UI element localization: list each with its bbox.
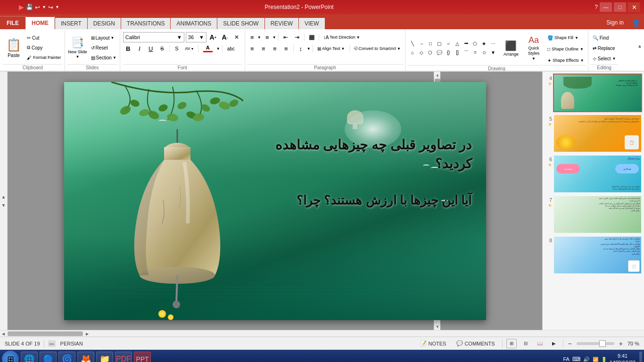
increase-font-btn[interactable]: A+ xyxy=(208,32,218,42)
quick-styles-btn[interactable]: Aa Quick Styles ▼ xyxy=(524,33,544,63)
shape-rect[interactable]: □ xyxy=(426,40,435,48)
shape-bracket[interactable]: [] xyxy=(453,49,462,57)
shape-right-arrow[interactable]: ⮕ xyxy=(462,40,471,48)
zoom-slider[interactable] xyxy=(577,342,614,345)
layout-dropdown[interactable]: ▼ xyxy=(111,36,115,40)
zoom-out-btn[interactable]: − xyxy=(567,340,573,347)
thumb-img-8[interactable]: شناختی به کتاب و تاریخی که ما با ایمان ه… xyxy=(553,236,642,274)
columns-btn[interactable]: ⬛ xyxy=(306,32,317,42)
paste-btn[interactable]: 📋 Paste xyxy=(3,33,25,63)
normal-view-btn[interactable]: ⊞ xyxy=(506,339,517,348)
scroll-up-btn[interactable]: ▲ xyxy=(434,72,441,78)
battery-icon[interactable]: 🔋 xyxy=(601,357,607,362)
rotate-left-btn[interactable]: ▼ xyxy=(0,202,7,208)
start-btn[interactable]: ⊞ xyxy=(2,351,19,362)
quick-undo-dropdown[interactable]: ▼ xyxy=(42,5,46,9)
quick-customize-btn[interactable]: ▼ xyxy=(55,5,59,9)
shape-star[interactable]: ★ xyxy=(480,40,488,48)
dec-indent-btn[interactable]: ⇤ xyxy=(281,32,291,42)
bold-btn[interactable]: B xyxy=(123,43,133,54)
shape-expand[interactable]: ▼ xyxy=(489,49,497,57)
tab-transitions[interactable]: TRANSITIONS xyxy=(121,18,171,29)
quick-styles-dropdown[interactable]: ▼ xyxy=(532,57,536,61)
tab-review[interactable]: REVIEW xyxy=(265,18,298,29)
scroll-down-btn[interactable]: ▼ xyxy=(434,323,441,330)
strikethrough-btn[interactable]: S xyxy=(157,43,167,54)
slide-sorter-btn[interactable]: ⊟ xyxy=(520,339,531,348)
taskbar-pdf-btn[interactable]: PDF xyxy=(115,352,132,362)
italic-btn[interactable]: I xyxy=(134,43,145,54)
notes-btn[interactable]: 📝 NOTES xyxy=(417,339,449,348)
thumb-img-4[interactable]: در تصاویر قبلی چه چیزهاییمشاهده کردید؟آی… xyxy=(553,74,642,112)
select-btn[interactable]: ⊹ Select ▼ xyxy=(590,54,619,63)
taskbar-ie-btn[interactable]: 🌐 xyxy=(21,352,38,362)
decrease-font-btn[interactable]: A- xyxy=(220,32,230,42)
tab-animations[interactable]: ANIMATIONS xyxy=(171,18,217,29)
align-text-dropdown[interactable]: ▼ xyxy=(341,47,345,51)
thumb-img-7[interactable]: امام خامنه‌ای است که می‌گوید اعتماد و با… xyxy=(553,195,642,234)
reading-view-btn[interactable]: 📖 xyxy=(535,339,545,348)
text-direction-btn[interactable]: ↕A Text Direction ▼ xyxy=(321,32,363,42)
font-size-dropdown[interactable]: 36 ▼ xyxy=(186,32,206,42)
new-slide-dropdown[interactable]: ▼ xyxy=(76,55,80,59)
h-scroll-thumb[interactable] xyxy=(8,331,83,336)
shape-more[interactable]: ⋯ xyxy=(489,40,497,48)
sign-in-btn[interactable]: Sign in xyxy=(602,16,628,29)
select-dropdown[interactable]: ▼ xyxy=(612,57,616,61)
shape-diamond[interactable]: ◇ xyxy=(417,49,426,57)
line-spacing-btn[interactable]: ↕ xyxy=(296,43,306,54)
shape-oval[interactable]: ○ xyxy=(444,40,453,48)
volume-icon[interactable]: 🔊 xyxy=(583,356,590,362)
font-color-dropdown[interactable]: ▼ xyxy=(216,47,220,51)
quick-save-btn[interactable]: 💾 xyxy=(26,4,33,10)
taskbar-chrome-btn[interactable]: 🌀 xyxy=(58,352,75,362)
line-spacing-dropdown[interactable]: ▼ xyxy=(307,47,311,51)
scroll-right-btn[interactable]: ▶ xyxy=(84,330,91,337)
text-dir-dropdown[interactable]: ▼ xyxy=(356,35,360,40)
arrange-btn[interactable]: ⬛ Arrange xyxy=(500,33,522,63)
bullets-dropdown[interactable]: ▼ xyxy=(257,35,261,40)
thumb-item-5[interactable]: 5 ★ صرفه‌دهی و پرهیز از گذشتنی‌ها با پیر… xyxy=(545,114,642,153)
tab-design[interactable]: DESIGN xyxy=(88,18,121,29)
shape-effects-dropdown[interactable]: ▼ xyxy=(580,58,584,63)
replace-btn[interactable]: ⇄ Replace xyxy=(590,43,619,53)
rotate-right-btn[interactable]: ▲ xyxy=(0,193,7,200)
shape-callout[interactable]: 💬 xyxy=(435,49,444,57)
numbering-dropdown[interactable]: ▼ xyxy=(272,35,276,40)
shape-line[interactable]: ╲ xyxy=(408,40,417,48)
align-right-btn[interactable]: ≡ xyxy=(270,43,280,54)
tab-view[interactable]: VIEW xyxy=(299,18,325,29)
shape-pentagon[interactable]: ⬠ xyxy=(471,40,479,48)
network-icon[interactable]: 📶 xyxy=(593,357,598,362)
new-slide-btn[interactable]: 📑 New Slide ▼ xyxy=(67,33,89,63)
align-text-btn[interactable]: ⊠ Align Text ▼ xyxy=(315,43,347,54)
shape-effects-btn[interactable]: ✦ Shape Effects ▼ xyxy=(545,56,586,65)
align-center-btn[interactable]: ≡ xyxy=(258,43,269,54)
shape-arrow[interactable]: → xyxy=(417,40,426,48)
quick-redo-btn[interactable]: ↪ xyxy=(48,4,53,11)
shape-equation[interactable]: = xyxy=(471,49,479,57)
clear-format-btn[interactable]: ✕ xyxy=(231,32,242,42)
minimize-btn[interactable]: — xyxy=(600,2,612,12)
thumb-img-5[interactable]: صرفه‌دهی و پرهیز از گذشتنی‌ها با پیروان … xyxy=(553,114,642,153)
shape-brace[interactable]: {} xyxy=(444,49,453,57)
inc-indent-btn[interactable]: ⇥ xyxy=(292,32,302,42)
thumb-item-7[interactable]: 7 ★ امام خامنه‌ای است که می‌گوید اعتماد … xyxy=(545,195,642,234)
shadow-btn[interactable]: S xyxy=(172,43,182,54)
align-left-btn[interactable]: ≡ xyxy=(247,43,257,54)
shape-hexagon[interactable]: ⬡ xyxy=(426,49,435,57)
tab-home[interactable]: HOME xyxy=(25,16,55,29)
quick-undo-btn[interactable]: ↩ xyxy=(35,4,40,11)
text-highlight-btn[interactable]: abc xyxy=(224,43,238,54)
font-color-btn[interactable]: A xyxy=(200,43,215,54)
shape-more2[interactable]: ✩ xyxy=(480,49,488,57)
thumb-item-6[interactable]: 6 ★ برنامه‌همکار همسایه همکاری عوامل جدی… xyxy=(545,155,642,193)
show-desktop-btn[interactable] xyxy=(639,352,642,362)
reset-btn[interactable]: ↺ Reset xyxy=(90,43,118,52)
shape-fill-dropdown[interactable]: ▼ xyxy=(575,36,578,40)
help-btn[interactable]: ? xyxy=(594,4,598,10)
underline-btn[interactable]: U xyxy=(146,43,156,54)
scroll-left-btn[interactable]: ◀ xyxy=(0,330,7,337)
justify-btn[interactable]: ≡ xyxy=(281,43,291,54)
zoom-in-btn[interactable]: + xyxy=(618,340,624,347)
